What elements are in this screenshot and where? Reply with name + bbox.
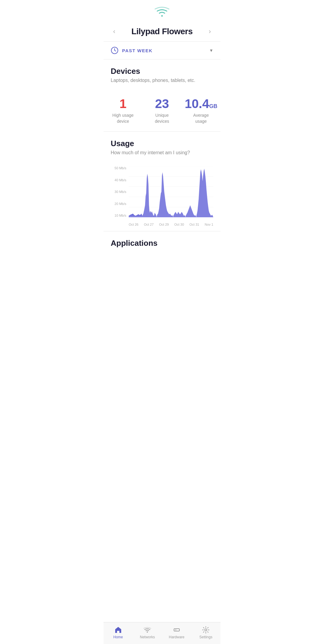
x-label-oct31: Oct 31 <box>190 223 199 226</box>
y-label-30: 30 Mb/s <box>115 190 126 194</box>
y-label-10: 10 Mb/s <box>115 214 126 217</box>
high-usage-label: High usagedevice <box>112 113 134 124</box>
y-label-50: 50 Mb/s <box>115 166 126 170</box>
chart-y-axis: 50 Mb/s 40 Mb/s 30 Mb/s 20 Mb/s 10 Mb/s <box>111 166 129 217</box>
page-title: Lilypad Flowers <box>131 27 193 36</box>
x-label-nov1: Nov 1 <box>205 223 213 226</box>
svg-point-0 <box>161 15 163 17</box>
average-usage-label: Averageusage <box>193 113 209 124</box>
devices-section: Devices Laptops, desktops, phones, table… <box>104 59 220 94</box>
x-label-oct27: Oct 27 <box>144 223 154 226</box>
high-usage-value: 1 <box>119 97 126 111</box>
usage-title: Usage <box>111 139 213 148</box>
wifi-icon-container <box>104 0 220 20</box>
time-filter-left: PAST WEEK <box>111 47 153 54</box>
svg-marker-10 <box>157 172 173 217</box>
chevron-down-icon: ▼ <box>209 48 213 53</box>
svg-marker-8 <box>129 214 142 217</box>
time-filter-selector[interactable]: PAST WEEK ▼ <box>104 42 220 59</box>
y-label-20: 20 Mb/s <box>115 202 126 206</box>
devices-subtitle: Laptops, desktops, phones, tablets, etc. <box>111 78 213 83</box>
x-label-oct29: Oct 29 <box>159 223 169 226</box>
usage-section: Usage How much of my internet am I using… <box>104 132 220 166</box>
usage-subtitle: How much of my internet am I using? <box>111 150 213 155</box>
clock-icon <box>111 47 118 54</box>
usage-chart-container: 50 Mb/s 40 Mb/s 30 Mb/s 20 Mb/s 10 Mb/s <box>104 166 220 231</box>
average-usage-value: 10.4GB <box>185 97 218 111</box>
unique-devices-stat: 23 Uniquedevices <box>142 97 182 124</box>
chart-inner <box>129 166 213 217</box>
time-filter-label: PAST WEEK <box>122 48 153 53</box>
svg-marker-13 <box>196 169 213 217</box>
x-label-oct26: Oct 26 <box>129 223 138 226</box>
svg-marker-11 <box>173 212 186 217</box>
average-usage-stat: 10.4GB Averageusage <box>182 97 220 124</box>
prev-arrow[interactable]: ‹ <box>111 26 118 37</box>
x-label-oct30: Oct 30 <box>174 223 184 226</box>
chart-x-axis: Oct 26 Oct 27 Oct 29 Oct 30 Oct 31 Nov 1 <box>129 223 213 226</box>
svg-marker-9 <box>142 174 157 217</box>
wifi-icon <box>154 6 170 18</box>
next-arrow[interactable]: › <box>206 26 213 37</box>
stats-row: 1 High usagedevice 23 Uniquedevices 10.4… <box>104 94 220 131</box>
chart-wrap: 50 Mb/s 40 Mb/s 30 Mb/s 20 Mb/s 10 Mb/s <box>111 166 213 226</box>
unique-devices-value: 23 <box>155 97 169 111</box>
header: ‹ Lilypad Flowers › <box>104 20 220 41</box>
devices-title: Devices <box>111 67 213 76</box>
y-label-40: 40 Mb/s <box>115 178 126 182</box>
high-usage-stat: 1 High usagedevice <box>104 97 142 124</box>
unique-devices-label: Uniquedevices <box>155 113 169 124</box>
applications-section: Applications <box>104 231 220 274</box>
usage-bar-chart <box>129 166 213 217</box>
applications-title: Applications <box>111 239 213 248</box>
